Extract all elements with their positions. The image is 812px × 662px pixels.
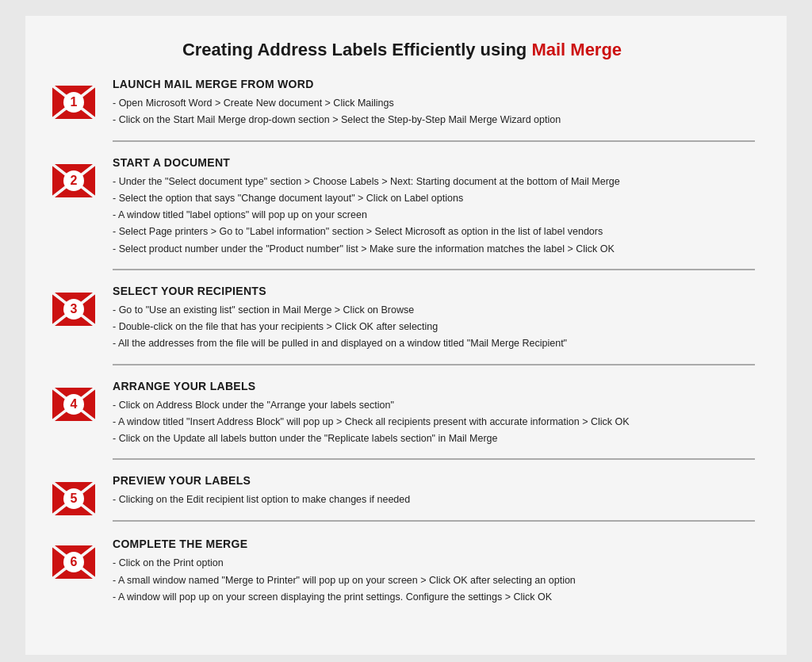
step-heading-1: LAUNCH MAIL MERGE FROM WORD	[113, 78, 755, 90]
svg-text:1: 1	[71, 95, 78, 109]
step-body-2: - Under the "Select document type" secti…	[113, 174, 755, 258]
steps-container: 1 LAUNCH MAIL MERGE FROM WORD- Open Micr…	[49, 78, 755, 617]
step-line: - Go to "Use an existing list" section i…	[113, 302, 755, 319]
svg-text:4: 4	[71, 397, 78, 411]
page-container: Creating Address Labels Efficiently usin…	[25, 16, 787, 655]
step-line: - Select Page printers > Go to "Label in…	[113, 224, 755, 240]
step-heading-5: PREVIEW YOUR LABELS	[113, 474, 755, 487]
step-3: 3 SELECT YOUR RECIPIENTS- Go to "Use an …	[49, 285, 755, 365]
step-content-4: ARRANGE YOUR LABELS- Click on Address Bl…	[113, 380, 755, 461]
step-icon-1: 1	[49, 78, 98, 127]
svg-text:6: 6	[71, 555, 78, 568]
step-line: - Click on Address Block under the "Arra…	[113, 397, 755, 414]
svg-text:5: 5	[71, 492, 78, 505]
step-line: - Clicking on the Edit recipient list op…	[113, 492, 755, 508]
step-line: - Double-click on the file that has your…	[113, 319, 755, 335]
step-body-3: - Go to "Use an existing list" section i…	[113, 302, 755, 353]
step-5: 5 PREVIEW YOUR LABELS- Clicking on the E…	[49, 474, 755, 523]
step-icon-2: 2	[49, 156, 98, 205]
step-body-1: - Open Microsoft Word > Create New docum…	[113, 95, 755, 129]
step-heading-3: SELECT YOUR RECIPIENTS	[113, 285, 755, 297]
step-line: - Click on the Update all labels button …	[113, 430, 755, 447]
step-line: - All the addresses from the file will b…	[113, 335, 755, 352]
step-line: - A window titled "label options" will p…	[113, 207, 755, 224]
step-content-2: START A DOCUMENT- Under the "Select docu…	[113, 156, 755, 270]
step-icon-3: 3	[49, 285, 98, 334]
main-title: Creating Address Labels Efficiently usin…	[49, 40, 755, 60]
step-heading-4: ARRANGE YOUR LABELS	[113, 380, 755, 392]
step-4: 4 ARRANGE YOUR LABELS- Click on Address …	[49, 380, 755, 461]
step-content-6: COMPLETE THE MERGE- Click on the Print o…	[113, 538, 755, 617]
title-prefix: Creating Address Labels Efficiently usin…	[182, 40, 532, 59]
step-body-6: - Click on the Print option- A small win…	[113, 555, 755, 606]
step-content-5: PREVIEW YOUR LABELS- Clicking on the Edi…	[113, 474, 755, 521]
step-icon-6: 6	[49, 538, 98, 587]
step-1: 1 LAUNCH MAIL MERGE FROM WORD- Open Micr…	[49, 78, 755, 142]
step-body-5: - Clicking on the Edit recipient list op…	[113, 492, 755, 508]
step-body-4: - Click on Address Block under the "Arra…	[113, 397, 755, 448]
step-line: - A window titled "Insert Address Block"…	[113, 414, 755, 430]
step-icon-5: 5	[49, 474, 98, 523]
step-line: - A window will pop up on your screen di…	[113, 589, 755, 606]
step-6: 6 COMPLETE THE MERGE- Click on the Print…	[49, 538, 755, 617]
step-2: 2 START A DOCUMENT- Under the "Select do…	[49, 156, 755, 270]
step-heading-2: START A DOCUMENT	[113, 156, 755, 169]
step-line: - Select product number under the "Produ…	[113, 241, 755, 258]
step-icon-4: 4	[49, 380, 98, 429]
title-highlight: Mail Merge	[531, 40, 622, 59]
step-line: - A small window named "Merge to Printer…	[113, 572, 755, 589]
step-content-1: LAUNCH MAIL MERGE FROM WORD- Open Micros…	[113, 78, 755, 142]
svg-text:3: 3	[71, 302, 78, 316]
step-line: - Click on the Start Mail Merge drop-dow…	[113, 112, 755, 128]
step-line: - Click on the Print option	[113, 555, 755, 572]
step-line: - Under the "Select document type" secti…	[113, 174, 755, 190]
step-heading-6: COMPLETE THE MERGE	[113, 538, 755, 550]
step-content-3: SELECT YOUR RECIPIENTS- Go to "Use an ex…	[113, 285, 755, 365]
step-line: - Open Microsoft Word > Create New docum…	[113, 95, 755, 112]
step-line: - Select the option that says "Change do…	[113, 190, 755, 207]
svg-text:2: 2	[71, 174, 78, 187]
